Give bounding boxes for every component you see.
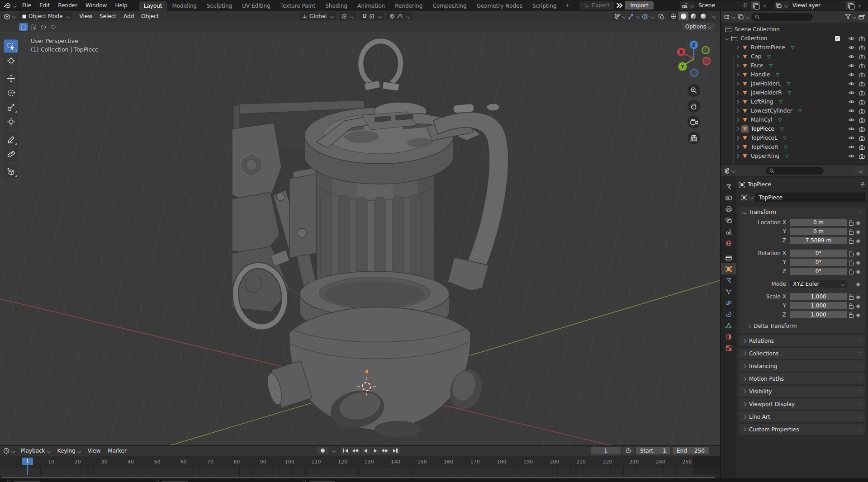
hide-eye-icon[interactable] — [848, 109, 855, 113]
prev-keyframe-button[interactable] — [351, 447, 360, 454]
mesh-object-icon[interactable] — [741, 107, 749, 114]
mesh-object-icon[interactable] — [741, 125, 749, 132]
workspace-tab[interactable]: Shading — [320, 1, 352, 11]
properties-section-header[interactable]: Viewport Display ∷∷ — [739, 398, 865, 410]
panel-grip-icon[interactable]: ∷∷ — [857, 402, 861, 406]
topbar-menu-item[interactable]: Window — [81, 0, 111, 11]
toggle-orthographic-button[interactable] — [688, 132, 700, 144]
mesh-object-icon[interactable] — [741, 98, 749, 105]
transform-value-field[interactable]: 0° — [790, 250, 847, 257]
outliner-object-row[interactable]: Handle ▽ — [721, 70, 868, 79]
select-mode-tweak-button[interactable] — [19, 23, 28, 31]
outliner-object-row[interactable]: jawHolderR ▽ — [721, 88, 868, 97]
show-gizmo-toggle[interactable] — [628, 14, 640, 19]
tool-scale-button[interactable] — [4, 100, 18, 114]
orientation-gizmo[interactable]: Z X Y — [673, 39, 715, 81]
panel-grip-icon[interactable]: ∷∷ — [857, 376, 861, 381]
lock-button[interactable] — [847, 238, 855, 244]
disable-render-camera-icon[interactable] — [859, 36, 865, 41]
tab-object-data[interactable] — [721, 320, 736, 331]
timeline-menu-item[interactable]: Marker — [104, 448, 130, 454]
workspace-tab[interactable]: Compositing — [427, 1, 471, 11]
hide-eye-icon[interactable] — [848, 54, 855, 59]
hide-eye-icon[interactable] — [848, 45, 855, 50]
disable-render-camera-icon[interactable] — [859, 63, 865, 68]
hide-eye-icon[interactable] — [848, 136, 855, 140]
outliner-object-row[interactable]: LowestCylinder ▽ — [721, 106, 868, 115]
animate-dot[interactable]: ● — [855, 303, 861, 308]
disable-render-camera-icon[interactable] — [859, 45, 865, 50]
delta-transform-subpanel[interactable]: Delta Transform — [739, 319, 865, 329]
animate-dot[interactable]: ● — [855, 282, 861, 287]
timeline-menu-dropdown[interactable]: Keying — [54, 448, 84, 454]
proportional-editing-icon[interactable] — [389, 14, 395, 19]
tab-tool[interactable] — [721, 181, 736, 192]
tab-texture[interactable] — [721, 342, 736, 354]
workspace-tab[interactable]: Geometry Nodes — [472, 1, 527, 11]
outliner-display-mode-button[interactable] — [738, 14, 749, 19]
add-workspace-button[interactable]: + — [561, 1, 573, 10]
object-id-browse-button[interactable] — [739, 193, 755, 202]
scene-browse-button[interactable] — [680, 1, 695, 9]
hide-eye-icon[interactable] — [848, 63, 855, 68]
animate-dot[interactable]: ● — [855, 260, 861, 265]
new-scene-button[interactable] — [751, 1, 760, 9]
outliner-object-row[interactable]: LeftRing ▽ — [721, 97, 868, 106]
outliner-object-row[interactable]: jawHolderL ▽ — [721, 79, 868, 88]
outliner-object-row[interactable]: UpperRing ▽ — [721, 151, 868, 161]
disable-render-camera-icon[interactable] — [859, 99, 865, 104]
disable-render-camera-icon[interactable] — [859, 109, 865, 113]
mesh-object-icon[interactable] — [741, 53, 749, 60]
outliner-filter-button[interactable] — [845, 14, 856, 19]
blender-logo-icon[interactable] — [4, 2, 16, 9]
tool-measure-button[interactable] — [4, 147, 18, 161]
show-overlays-toggle[interactable] — [642, 14, 654, 19]
workspace-tab[interactable]: Animation — [352, 1, 390, 11]
timeline-menu-dropdown[interactable]: Playback — [17, 448, 54, 454]
topbar-menu-item[interactable]: File — [18, 0, 35, 11]
lock-button[interactable] — [847, 312, 855, 318]
outliner-object-row[interactable]: TopPieceR ▽ — [721, 142, 868, 151]
disclosure-open-icon[interactable] — [725, 37, 729, 40]
transform-value-field[interactable]: 0 m — [790, 219, 847, 226]
editor-type-button[interactable] — [4, 14, 15, 19]
disclosure-closed-icon[interactable] — [735, 82, 739, 85]
unlink-scene-button[interactable]: × — [760, 2, 769, 9]
workspace-tab[interactable]: UV Editing — [237, 1, 275, 11]
outliner-object-row[interactable]: Cap ▽ — [721, 52, 868, 61]
current-frame-indicator[interactable]: 1 — [22, 458, 33, 465]
animate-dot[interactable]: ● — [855, 220, 861, 225]
end-frame-field[interactable]: End250 — [673, 447, 709, 454]
mesh-object-icon[interactable] — [741, 134, 749, 142]
tool-cursor-button[interactable] — [4, 54, 18, 67]
selectability-visibility-dropdown[interactable] — [614, 14, 626, 19]
hide-eye-icon[interactable] — [848, 72, 855, 77]
disclosure-closed-icon[interactable] — [735, 64, 739, 67]
properties-section-header[interactable]: Custom Properties ∷∷ — [739, 424, 865, 435]
view-layer-browse-button[interactable] — [774, 1, 789, 9]
disable-render-camera-icon[interactable] — [859, 154, 865, 159]
hide-eye-icon[interactable] — [848, 81, 855, 86]
viewport-menu-item[interactable]: View — [76, 13, 96, 19]
shading-rendered-button[interactable] — [698, 12, 708, 20]
tab-modifiers[interactable] — [721, 274, 736, 286]
disclosure-closed-icon[interactable] — [735, 73, 739, 76]
transform-orientation-dropdown[interactable]: Global — [299, 12, 336, 20]
animate-dot[interactable]: ● — [855, 229, 861, 234]
collection-checkbox[interactable]: ✓ — [835, 36, 840, 41]
tab-output[interactable] — [721, 203, 736, 215]
properties-section-header[interactable]: Collections ∷∷ — [739, 348, 865, 359]
properties-section-header[interactable]: Relations ∷∷ — [739, 335, 865, 346]
topbar-menu-item[interactable]: Render — [54, 0, 81, 11]
tool-annotate-button[interactable] — [4, 132, 18, 146]
disclosure-closed-icon[interactable] — [735, 55, 739, 58]
timeline-track-area[interactable] — [0, 468, 720, 476]
hide-eye-icon[interactable] — [848, 99, 855, 104]
import-button[interactable]: Import — [625, 1, 654, 9]
disclosure-closed-icon[interactable] — [735, 109, 739, 113]
current-frame-field[interactable]: 1 — [591, 447, 621, 454]
tab-render[interactable] — [721, 192, 736, 203]
disclosure-closed-icon[interactable] — [735, 91, 739, 95]
hide-eye-icon[interactable] — [848, 90, 855, 95]
new-collection-button[interactable] — [859, 14, 865, 20]
